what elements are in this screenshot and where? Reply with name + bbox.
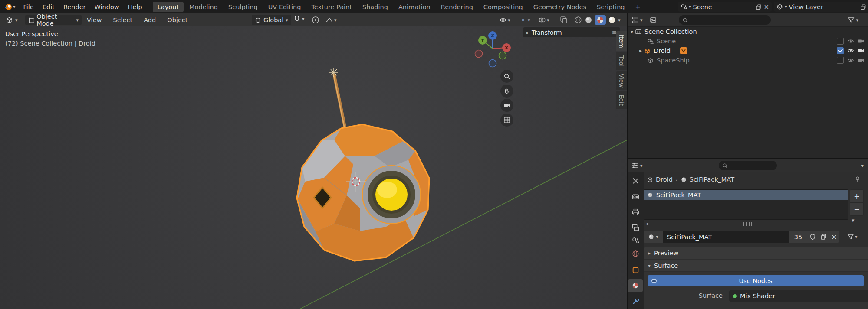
camera-view-button[interactable] bbox=[500, 99, 513, 112]
menu-object[interactable]: Object bbox=[163, 13, 192, 26]
sidebar-tab-view[interactable]: View bbox=[616, 71, 627, 90]
scene-selector[interactable]: ▾ Scene × bbox=[678, 2, 772, 12]
gizmos-dropdown[interactable]: ▾ bbox=[519, 16, 530, 24]
viewport-3d[interactable]: User Perspective (72) Scene Collection |… bbox=[0, 26, 627, 309]
tab-tool-properties[interactable] bbox=[628, 174, 643, 187]
workspace-tab-layout[interactable]: Layout bbox=[153, 2, 184, 12]
snap-button[interactable]: ▾ bbox=[293, 15, 305, 23]
tab-output-properties[interactable] bbox=[628, 205, 643, 218]
workspace-tab-sculpting[interactable]: Sculpting bbox=[224, 2, 263, 12]
transform-panel-header[interactable]: ▸ Transform ≡ bbox=[523, 27, 620, 37]
sidebar-tab-item[interactable]: Item bbox=[616, 31, 627, 51]
menu-edit[interactable]: Edit bbox=[38, 0, 59, 13]
material-name-input[interactable]: SciFiPack_MAT bbox=[663, 231, 797, 243]
tab-object-properties[interactable] bbox=[628, 263, 643, 276]
tab-view-layer-properties[interactable] bbox=[628, 221, 643, 234]
overlays-dropdown[interactable]: ▾ bbox=[538, 16, 549, 24]
workspace-tab-rendering[interactable]: Rendering bbox=[436, 2, 478, 12]
menu-window[interactable]: Window bbox=[90, 0, 124, 13]
zoom-button[interactable] bbox=[500, 70, 513, 83]
breadcrumb-material[interactable]: SciFiPack_MAT bbox=[690, 176, 734, 183]
slot-specials-button[interactable]: ▾ bbox=[852, 217, 855, 224]
blender-menu-button[interactable]: ▾ bbox=[0, 0, 19, 13]
outliner-row-spaceship[interactable]: SpaceShip bbox=[627, 55, 868, 65]
workspace-tab-scripting[interactable]: Scripting bbox=[592, 2, 629, 12]
outliner-search-field[interactable] bbox=[679, 15, 771, 25]
disclosure-right-icon[interactable]: ▸ bbox=[647, 221, 649, 226]
chevron-down-icon[interactable]: ▾ bbox=[861, 163, 864, 168]
shading-wireframe-icon[interactable] bbox=[574, 16, 582, 24]
tab-material-properties[interactable] bbox=[628, 279, 643, 292]
gizmo-neg-x-ball[interactable] bbox=[475, 50, 483, 58]
duplicate-material-button[interactable] bbox=[818, 231, 829, 243]
new-view-layer-icon[interactable] bbox=[860, 4, 866, 10]
menu-file[interactable]: File bbox=[19, 0, 38, 13]
new-scene-icon[interactable] bbox=[756, 4, 762, 10]
add-material-slot-button[interactable]: + bbox=[850, 189, 864, 203]
browse-material-button[interactable]: ▾ bbox=[644, 231, 663, 243]
transform-orientation-dropdown[interactable]: Global ▾ bbox=[252, 15, 291, 25]
pin-icon[interactable] bbox=[854, 176, 861, 183]
outliner-editor-type-button[interactable]: ▾ bbox=[628, 16, 646, 23]
add-workspace-button[interactable]: + bbox=[631, 2, 645, 12]
menu-select[interactable]: Select bbox=[108, 13, 137, 26]
toggle-ortho-button[interactable] bbox=[500, 114, 513, 127]
unlink-scene-button[interactable]: × bbox=[763, 3, 769, 11]
visibility-dropdown[interactable]: ▾ bbox=[499, 16, 510, 24]
editor-type-button[interactable]: ▾ bbox=[3, 15, 21, 25]
scene-checkbox[interactable] bbox=[837, 38, 844, 45]
properties-editor-type-button[interactable]: ▾ bbox=[628, 162, 646, 169]
list-resize-grip[interactable] bbox=[743, 222, 753, 226]
tab-scene-properties[interactable] bbox=[628, 234, 643, 247]
menu-add[interactable]: Add bbox=[139, 13, 160, 26]
tab-render-properties[interactable] bbox=[628, 190, 643, 203]
eye-icon[interactable] bbox=[847, 47, 854, 54]
workspace-tab-shading[interactable]: Shading bbox=[358, 2, 393, 12]
eye-icon[interactable] bbox=[847, 38, 854, 45]
material-filter-button[interactable]: ▾ bbox=[847, 233, 858, 240]
view-layer-selector[interactable]: ▾ View Layer bbox=[774, 2, 868, 12]
mode-dropdown[interactable]: Object Mode ▾ bbox=[25, 15, 82, 25]
workspace-tab-geometry-nodes[interactable]: Geometry Nodes bbox=[529, 2, 591, 12]
material-slot-selected[interactable]: SciFiPack_MAT bbox=[644, 190, 848, 200]
outliner-filter-button[interactable]: ▾ bbox=[848, 16, 858, 23]
menu-help[interactable]: Help bbox=[124, 0, 147, 13]
disclosure-right-icon[interactable]: ▸ bbox=[639, 48, 642, 53]
unlink-material-button[interactable]: × bbox=[829, 231, 839, 243]
outliner-row-droid[interactable]: ▸ Droid bbox=[627, 46, 868, 55]
proportional-editing-toggle[interactable] bbox=[312, 16, 319, 24]
gizmo-neg-y-ball[interactable] bbox=[499, 52, 506, 59]
workspace-tab-modeling[interactable]: Modeling bbox=[184, 2, 223, 12]
workspace-tab-texture-paint[interactable]: Texture Paint bbox=[306, 2, 357, 12]
outliner-row-scene[interactable]: Scene bbox=[627, 36, 868, 46]
menu-render[interactable]: Render bbox=[59, 0, 90, 13]
pan-button[interactable] bbox=[500, 85, 513, 98]
spaceship-checkbox[interactable] bbox=[837, 57, 844, 64]
breadcrumb-object[interactable]: Droid bbox=[656, 176, 673, 183]
display-mode-icon[interactable] bbox=[650, 16, 657, 23]
shading-material-active[interactable] bbox=[595, 15, 606, 25]
shading-solid-icon[interactable] bbox=[584, 16, 593, 24]
camera-icon[interactable] bbox=[858, 38, 865, 45]
menu-view[interactable]: View bbox=[82, 13, 106, 26]
users-count-button[interactable]: 35 bbox=[789, 231, 807, 243]
tab-world-properties[interactable] bbox=[628, 247, 643, 260]
camera-icon[interactable] bbox=[858, 47, 865, 54]
camera-icon[interactable] bbox=[858, 57, 865, 64]
eye-icon[interactable] bbox=[847, 57, 854, 64]
sidebar-tab-edit[interactable]: Edit bbox=[616, 91, 627, 109]
navigation-gizmo[interactable]: Z X Y bbox=[471, 29, 514, 70]
shading-rendered-icon[interactable] bbox=[608, 16, 616, 24]
use-nodes-button[interactable]: Use Nodes bbox=[648, 275, 864, 286]
remove-material-slot-button[interactable]: − bbox=[850, 202, 864, 216]
gizmo-neg-z-ball[interactable] bbox=[489, 60, 496, 67]
xray-toggle[interactable] bbox=[560, 16, 568, 24]
droid-model[interactable] bbox=[297, 68, 429, 261]
outliner-row-scene-collection[interactable]: ▾ Scene Collection bbox=[627, 27, 868, 36]
workspace-tab-animation[interactable]: Animation bbox=[394, 2, 435, 12]
fake-user-button[interactable] bbox=[807, 231, 818, 243]
sidebar-tab-tool[interactable]: Tool bbox=[616, 52, 627, 70]
workspace-tab-uv-editing[interactable]: UV Editing bbox=[263, 2, 306, 12]
tab-modifier-properties[interactable] bbox=[628, 295, 643, 308]
disclosure-down-icon[interactable]: ▾ bbox=[631, 29, 633, 34]
